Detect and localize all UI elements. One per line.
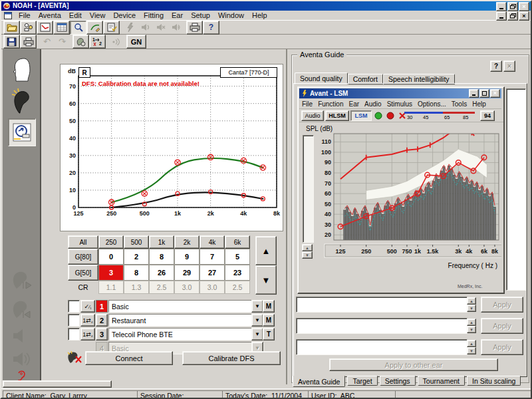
col-header-1k[interactable]: 1k [149, 235, 174, 249]
program2-dropdown-icon[interactable]: ▼ [251, 314, 263, 327]
program2-select[interactable]: Restaurant ▼ [108, 314, 264, 327]
spin-up-icon[interactable]: ▲ [302, 244, 313, 251]
lsm-menu-file[interactable]: File [299, 100, 315, 108]
apply-button-3[interactable]: Apply [481, 339, 523, 355]
close-button[interactable]: × [519, 2, 529, 11]
g50-1k[interactable]: 26 [149, 265, 174, 281]
bottom-tab-tournament[interactable]: Tournament [418, 376, 465, 386]
lsm-maximize-button[interactable] [479, 89, 489, 98]
col-header-all[interactable]: All [68, 235, 98, 249]
g50-4k[interactable]: 27 [200, 265, 225, 281]
program1-mode-button[interactable]: M [263, 300, 275, 313]
lsm-menu-help[interactable]: Help [469, 100, 489, 108]
client-browser-button[interactable] [20, 21, 37, 35]
calibrate-dfs-button[interactable]: Calibrate DFS [182, 351, 281, 365]
g50-2k[interactable]: 29 [174, 265, 200, 281]
lsm-level-slider[interactable]: 30 45 65 85 [404, 111, 475, 120]
menu-aventa[interactable]: Aventa [35, 11, 65, 19]
g50-250-selected[interactable]: 3 [98, 265, 124, 281]
lsm-menu-options[interactable]: Options... [415, 100, 449, 108]
print-button[interactable] [186, 21, 203, 35]
menu-ear[interactable]: Ear [168, 11, 187, 19]
transfer-button[interactable] [72, 35, 89, 49]
audiogram-button[interactable] [37, 21, 53, 35]
g50-6k[interactable]: 23 [225, 265, 250, 281]
program1-type-button[interactable]: ✓⁄₁ [80, 300, 95, 313]
suggestion-spinner-1[interactable]: ▲▼ [467, 297, 476, 311]
lsm-hlsm-button[interactable]: HLSM [325, 110, 349, 121]
g80-2k[interactable]: 9 [174, 249, 200, 265]
menu-setup[interactable]: Setup [187, 11, 214, 19]
open-client-button[interactable] [3, 21, 20, 35]
lsm-close-button[interactable]: × [490, 89, 500, 98]
journal-button[interactable] [53, 21, 70, 35]
program3-dropdown-icon[interactable]: ▼ [251, 328, 263, 340]
g80-6k[interactable]: 5 [225, 249, 250, 265]
spin-down-icon[interactable]: ▼ [302, 251, 313, 259]
col-header-250[interactable]: 250 [98, 235, 124, 249]
menu-device[interactable]: Device [109, 11, 140, 19]
gain-up-button[interactable]: ▲ [255, 236, 277, 265]
guide-help-button[interactable]: ? [490, 61, 502, 72]
g50-500[interactable]: 8 [124, 265, 149, 281]
program1-number-button[interactable]: 1 [96, 300, 108, 313]
spin2-down-icon[interactable]: ▼ [467, 326, 476, 333]
print-session-button[interactable] [20, 35, 37, 49]
connect-button[interactable]: Connect [85, 351, 173, 365]
lsm-lsm-button[interactable]: LSM [350, 110, 372, 121]
lsm-level-spinner[interactable]: ▲ ▼ [302, 244, 313, 257]
splitter-handle[interactable] [3, 380, 112, 388]
menu-file[interactable]: File [15, 11, 35, 19]
lsm-minimize-button[interactable] [469, 89, 479, 98]
program1-dropdown-icon[interactable]: ▼ [251, 300, 263, 313]
col-header-6k[interactable]: 6k [225, 235, 250, 249]
fitting-curve-button[interactable] [86, 21, 103, 35]
col-header-500[interactable]: 500 [124, 235, 149, 249]
program3-type-button[interactable]: 1⇄₄ [80, 328, 95, 340]
lsm-record-button[interactable] [385, 112, 396, 120]
program1-check-cell[interactable] [68, 300, 80, 313]
report-button[interactable] [103, 21, 120, 35]
spin3-up-icon[interactable]: ▲ [467, 340, 476, 347]
gain-down-button[interactable]: ▼ [255, 265, 277, 295]
suggestion-field-2[interactable] [296, 318, 467, 334]
save-button[interactable] [3, 35, 20, 49]
spin3-down-icon[interactable]: ▼ [467, 347, 476, 354]
lsm-audio-button[interactable]: Audio [301, 110, 324, 121]
menu-edit[interactable]: Edit [65, 11, 86, 19]
lsm-menu-stimulus[interactable]: Stimulus [384, 100, 415, 108]
lsm-start-button[interactable] [373, 112, 384, 120]
insertion-gain-chart[interactable]: 1252505001k2k4k8k010203040506070dB [61, 65, 281, 226]
bottom-tab-in-situ-scaling[interactable]: In Situ scaling [467, 376, 521, 386]
guide-close-button[interactable]: × [503, 61, 515, 72]
program2-check-cell[interactable] [68, 314, 80, 327]
lsm-menu-function[interactable]: Function [315, 100, 346, 108]
minimize-button[interactable] [496, 2, 507, 11]
program2-number-button[interactable]: 2 [96, 314, 108, 327]
menu-help[interactable]: Help [248, 11, 271, 19]
g80-250[interactable]: 0 [98, 249, 124, 265]
apply-button-2[interactable]: Apply [481, 318, 523, 334]
suggestion-spinner-2[interactable]: ▲▼ [467, 319, 476, 332]
selection-tool-button[interactable] [70, 21, 86, 35]
lsm-level-value[interactable]: 94 [480, 110, 495, 121]
program1-select[interactable]: Basic ▼ [108, 300, 264, 313]
guide-side-listbox[interactable] [506, 88, 526, 291]
client-head-icon[interactable] [9, 57, 33, 82]
restore-button[interactable] [507, 2, 518, 11]
col-header-4k[interactable]: 4k [200, 235, 225, 249]
bottom-tab-settings[interactable]: Settings [380, 376, 416, 386]
lsm-menu-tools[interactable]: Tools [449, 100, 469, 108]
program2-type-button[interactable]: 1⇄₄ [80, 314, 95, 327]
menu-fitting[interactable]: Fitting [140, 11, 168, 19]
spin1-up-icon[interactable]: ▲ [467, 297, 476, 305]
program3-check-cell[interactable] [68, 328, 80, 340]
hearing-aid-icon[interactable] [11, 88, 33, 114]
spin1-down-icon[interactable]: ▼ [467, 305, 476, 312]
suggestion-field-1[interactable] [296, 297, 467, 313]
program3-number-button[interactable]: 3 [96, 328, 108, 340]
row-label-g50[interactable]: G[50] [68, 265, 98, 281]
program3-mode-button[interactable]: T [263, 328, 275, 340]
menu-view[interactable]: View [86, 11, 110, 19]
g80-4k[interactable]: 7 [200, 249, 225, 265]
